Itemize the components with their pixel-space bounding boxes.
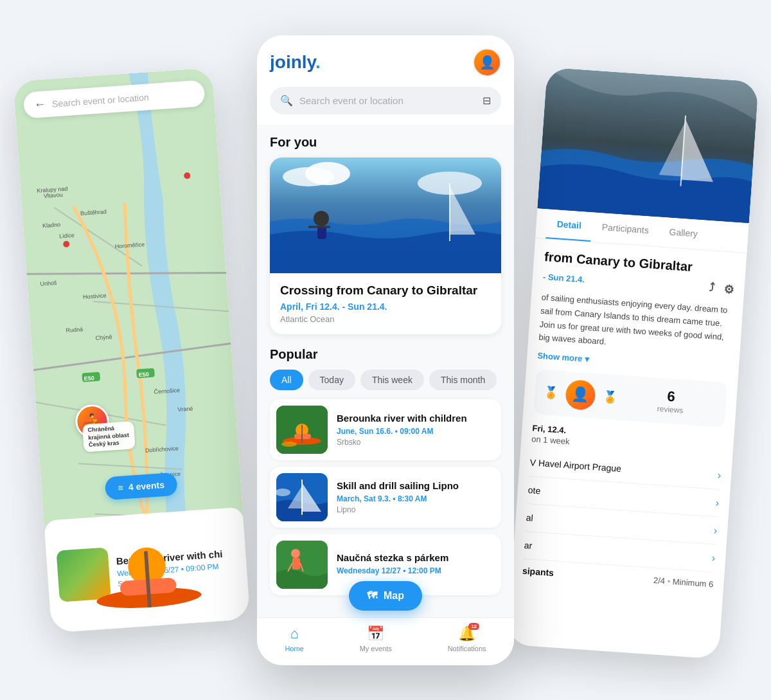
nav-myevents-label: My events (360, 645, 392, 652)
featured-location: Atlantic Ocean (280, 314, 491, 324)
user-avatar[interactable]: 👤 (473, 48, 501, 76)
app-header: joinly. 👤 🔍 Search event or location ⊟ (257, 35, 514, 125)
event-date-2: March, Sat 9.3. • 8:30 AM (337, 494, 495, 503)
participants-count: 2/4 • Minimum 6 (653, 575, 714, 588)
chevron-right-icon-1: › (717, 469, 722, 481)
svg-rect-41 (317, 226, 326, 239)
filter-all[interactable]: All (270, 370, 303, 390)
events-count: 4 events (128, 479, 164, 492)
filter-today[interactable]: Today (308, 370, 355, 390)
tab-participants[interactable]: Participants (590, 212, 660, 246)
list-icon: ≡ (118, 482, 123, 493)
featured-image (270, 157, 501, 273)
svg-text:Buštěhrad: Buštěhrad (80, 208, 107, 217)
nav-home[interactable]: ⌂ Home (285, 625, 303, 652)
map-button[interactable]: 🗺 Map (349, 581, 422, 611)
reviewer-avatar: 👤 (565, 379, 596, 411)
svg-point-38 (305, 162, 350, 185)
featured-info: Crossing from Canary to Gibraltar April,… (270, 273, 501, 334)
svg-text:Rudná: Rudná (66, 326, 83, 334)
svg-text:Černošice: Černošice (154, 386, 180, 395)
event-thumb-2 (276, 473, 328, 521)
event-loc-2: Lipno (337, 505, 495, 514)
event-info-3: Naučná stezka s párkem Wednesday 12/27 •… (337, 552, 495, 577)
laurel-right-icon: 🏅 (602, 390, 617, 404)
left-phone: E50 E50 Kralupy nad Vltavou Kladno Lidic… (13, 67, 250, 633)
scroll-content: For you (257, 125, 514, 617)
map-button-label: Map (384, 590, 404, 602)
detail-body: from Canary to Gibraltar - Sun 21.4. ⤴ ⚙… (507, 238, 747, 654)
detail-hero-image (537, 67, 759, 222)
event-info-1: Berounka river with children June, Sun 1… (337, 413, 495, 447)
svg-text:Vrané: Vrané (177, 405, 193, 413)
popular-title: Popular (270, 347, 501, 362)
filter-icon[interactable]: ⊟ (483, 94, 491, 107)
nav-notifications-label: Notifications (448, 645, 486, 652)
search-input[interactable]: Search event or location (299, 95, 476, 106)
nav-notifications[interactable]: 🔔 12 Notifications (448, 625, 486, 652)
featured-title: Crossing from Canary to Gibraltar (280, 283, 491, 298)
svg-point-48 (281, 442, 297, 447)
svg-text:Chýně: Chýně (95, 334, 112, 341)
event-title-2: Skill and drill sailing Lipno (337, 480, 495, 491)
event-title-1: Berounka river with children (337, 413, 495, 424)
event-item-1[interactable]: Berounka river with children June, Sun 1… (270, 399, 501, 460)
search-bar[interactable]: 🔍 Search event or location ⊟ (270, 87, 501, 114)
right-phone: Detail Participants Gallery from Canary … (507, 67, 759, 659)
map-icon: 🗺 (367, 590, 377, 602)
share-icon[interactable]: ⤴ (709, 281, 716, 296)
event-thumb-3 (276, 541, 328, 589)
event-loc-1: Srbsko (337, 438, 495, 447)
filter-this-week[interactable]: This week (360, 370, 424, 390)
back-icon[interactable]: ← (33, 97, 46, 111)
app-logo: joinly. (270, 52, 321, 73)
center-phone: joinly. 👤 🔍 Search event or location ⊟ F… (257, 35, 514, 665)
event-date-1: June, Sun 16.6. • 09:00 AM (337, 427, 495, 436)
notification-badge-wrapper: 🔔 12 (458, 625, 475, 642)
info-airport-text: V Havel Airport Prague (529, 457, 621, 474)
detail-date: - Sun 21.4. (543, 271, 585, 283)
event-date-3: Wednesday 12/27 • 12:00 PM (337, 566, 495, 575)
svg-point-55 (291, 549, 300, 558)
chevron-right-icon-2: › (715, 497, 720, 508)
svg-rect-56 (292, 558, 300, 570)
event-title-3: Naučná stezka s párkem (337, 552, 495, 563)
laurel-left-icon: 🏅 (544, 385, 558, 400)
info-ar-text: ar (524, 540, 533, 551)
event-info-2: Skill and drill sailing Lipno March, Sat… (337, 480, 495, 514)
myevents-icon: 📅 (367, 625, 384, 642)
svg-text:Hostivice: Hostivice (83, 292, 107, 300)
chevron-down-icon: ▾ (585, 354, 590, 363)
card-thumbnail (56, 546, 111, 601)
event-thumb-1 (276, 406, 328, 454)
filter-pills: All Today This week This month (270, 370, 501, 390)
event-item-2[interactable]: Skill and drill sailing Lipno March, Sat… (270, 467, 501, 528)
detail-actions: ⤴ ⚙ (709, 281, 734, 297)
home-icon: ⌂ (290, 625, 298, 642)
featured-card[interactable]: Crossing from Canary to Gibraltar April,… (270, 157, 501, 334)
svg-text:E50: E50 (138, 371, 149, 378)
map-event-card[interactable]: Berounka river with chi Wednesday 06/27 … (44, 507, 250, 633)
svg-text:Kladno: Kladno (42, 221, 61, 229)
svg-text:Unhoš: Unhoš (40, 279, 57, 287)
for-you-title: For you (270, 135, 501, 150)
review-section: 🏅 👤 🏅 6 reviews (533, 369, 727, 427)
info-al-text: al (526, 512, 533, 523)
chevron-right-icon-4: › (711, 552, 716, 564)
svg-point-32 (96, 585, 111, 602)
notification-count: 12 (468, 623, 479, 630)
tab-detail[interactable]: Detail (545, 209, 592, 242)
map-search-placeholder: Search event or location (51, 91, 149, 108)
nav-myevents[interactable]: 📅 My events (360, 625, 392, 652)
svg-text:E50: E50 (84, 375, 95, 382)
settings-icon[interactable]: ⚙ (723, 282, 734, 296)
nav-home-label: Home (285, 645, 303, 652)
filter-this-month[interactable]: This month (429, 370, 497, 390)
svg-point-40 (314, 211, 329, 226)
detail-description: of sailing enthusiasts enjoying every da… (538, 291, 733, 357)
search-icon: 🔍 (280, 94, 293, 107)
info-vote-text: ote (527, 485, 541, 496)
events-button[interactable]: ≡ 4 events (105, 472, 178, 500)
chevron-right-icon-3: › (713, 525, 718, 536)
tab-gallery[interactable]: Gallery (658, 217, 709, 249)
